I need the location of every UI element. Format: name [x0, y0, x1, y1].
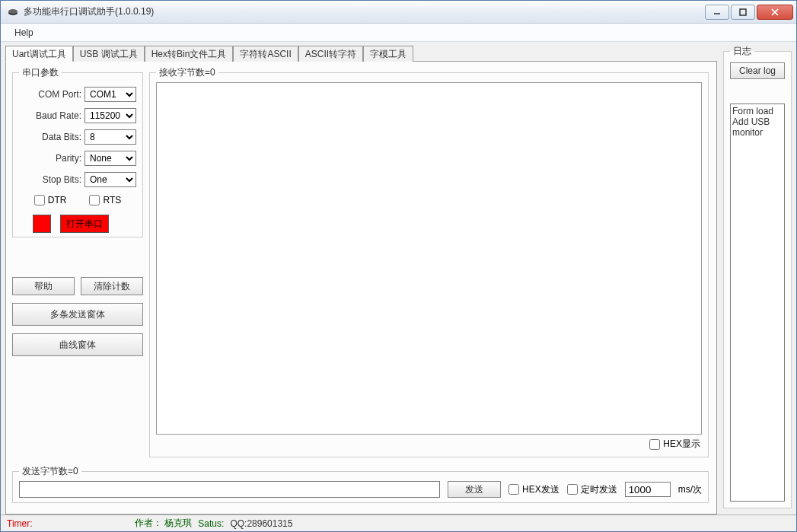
window-title: 多功能串行口调试助手(1.0.0.19)	[24, 5, 705, 18]
window-controls	[705, 5, 793, 20]
client-area: Uart调试工具 USB 调试工具 Hex转Bin文件工具 字符转ASCII A…	[1, 42, 796, 531]
stop-bits-label: Stop Bits:	[30, 174, 81, 185]
clear-count-button[interactable]: 清除计数	[81, 277, 143, 295]
baud-rate-label: Baud Rate:	[30, 110, 81, 121]
tab-font[interactable]: 字模工具	[363, 46, 413, 62]
tab-panel-uart: 串口参数 COM Port: COM1 Baud Rate: 115200	[5, 61, 717, 514]
status-timer: Timer:	[7, 518, 129, 529]
serial-params-legend: 串口参数	[19, 66, 62, 79]
rts-checkbox-input[interactable]	[89, 195, 100, 205]
data-bits-select[interactable]: 8	[84, 129, 136, 145]
svg-rect-3	[740, 9, 746, 15]
com-port-label: COM Port:	[30, 89, 81, 100]
hex-display-input[interactable]	[649, 439, 660, 450]
send-legend: 发送字节数=0	[19, 465, 81, 478]
serial-params-fieldset: 串口参数 COM Port: COM1 Baud Rate: 115200	[12, 66, 143, 237]
send-button[interactable]: 发送	[448, 481, 501, 498]
multi-send-button[interactable]: 多条发送窗体	[12, 303, 143, 326]
baud-rate-select[interactable]: 115200	[84, 108, 136, 123]
maximize-button[interactable]	[731, 5, 755, 20]
status-satus: Satus:	[198, 518, 224, 529]
hex-display-label: HEX显示	[663, 438, 700, 451]
stop-bits-select[interactable]: One	[84, 172, 136, 187]
title-bar: 多功能串行口调试助手(1.0.0.19)	[1, 1, 796, 24]
app-icon	[7, 6, 19, 18]
interval-unit-label: ms/次	[678, 483, 702, 496]
dtr-checkbox-input[interactable]	[34, 195, 45, 205]
dtr-checkbox[interactable]: DTR	[34, 195, 67, 205]
hex-display-checkbox[interactable]: HEX显示	[649, 438, 700, 451]
hex-send-checkbox[interactable]: HEX发送	[508, 483, 559, 496]
tab-uart[interactable]: Uart调试工具	[5, 46, 73, 62]
receive-legend: 接收字节数=0	[156, 66, 218, 79]
com-port-select[interactable]: COM1	[84, 87, 136, 102]
send-input[interactable]	[19, 481, 440, 498]
left-column: 串口参数 COM Port: COM1 Baud Rate: 115200	[12, 66, 143, 464]
status-bar: Timer: 作者： 杨克琪 Satus: QQ:289601315	[1, 514, 796, 531]
open-port-button[interactable]: 打开串口	[60, 215, 109, 233]
log-legend: 日志	[730, 45, 754, 58]
curve-window-button[interactable]: 曲线窗体	[12, 333, 143, 356]
tabs-header: Uart调试工具 USB 调试工具 Hex转Bin文件工具 字符转ASCII A…	[5, 45, 717, 61]
app-window: 多功能串行口调试助手(1.0.0.19) Help Uart调试工具 USB 调…	[0, 0, 797, 532]
dtr-label: DTR	[48, 195, 67, 205]
status-qq: QQ:289601315	[230, 518, 292, 529]
close-button[interactable]	[757, 5, 793, 20]
timed-send-input[interactable]	[567, 484, 578, 495]
menu-bar: Help	[1, 24, 796, 42]
parity-select[interactable]: None	[84, 151, 136, 166]
center-column: 接收字节数=0 HEX显示	[149, 66, 709, 464]
tab-ascii2char[interactable]: ASCII转字符	[298, 46, 363, 62]
data-bits-label: Data Bits:	[30, 132, 81, 142]
svg-point-1	[8, 9, 18, 14]
tab-container: Uart调试工具 USB 调试工具 Hex转Bin文件工具 字符转ASCII A…	[5, 45, 717, 514]
rts-checkbox[interactable]: RTS	[89, 195, 121, 205]
help-button[interactable]: 帮助	[12, 277, 75, 295]
tab-hex2bin[interactable]: Hex转Bin文件工具	[145, 46, 234, 62]
timed-send-label: 定时发送	[581, 483, 617, 496]
log-textarea[interactable]: Form load Add USB monitor	[730, 104, 785, 502]
log-column: 日志 Clear log Form load Add USB monitor	[723, 45, 792, 514]
hex-send-input[interactable]	[508, 484, 519, 495]
port-status-indicator	[33, 215, 51, 233]
menu-help[interactable]: Help	[10, 26, 38, 40]
log-fieldset: 日志 Clear log Form load Add USB monitor	[723, 45, 792, 508]
receive-textarea[interactable]	[156, 82, 702, 435]
receive-fieldset: 接收字节数=0 HEX显示	[149, 66, 709, 457]
tab-char2ascii[interactable]: 字符转ASCII	[233, 46, 298, 62]
parity-label: Parity:	[30, 153, 81, 164]
status-author: 作者： 杨克琪	[135, 517, 192, 530]
rts-label: RTS	[103, 195, 121, 205]
timed-send-checkbox[interactable]: 定时发送	[567, 483, 617, 496]
tab-usb[interactable]: USB 调试工具	[73, 46, 145, 62]
send-fieldset: 发送字节数=0 发送 HEX发送 定时发送	[12, 465, 709, 503]
hex-send-label: HEX发送	[522, 483, 559, 496]
minimize-button[interactable]	[705, 5, 729, 20]
interval-input[interactable]	[625, 482, 671, 497]
clear-log-button[interactable]: Clear log	[730, 62, 785, 79]
